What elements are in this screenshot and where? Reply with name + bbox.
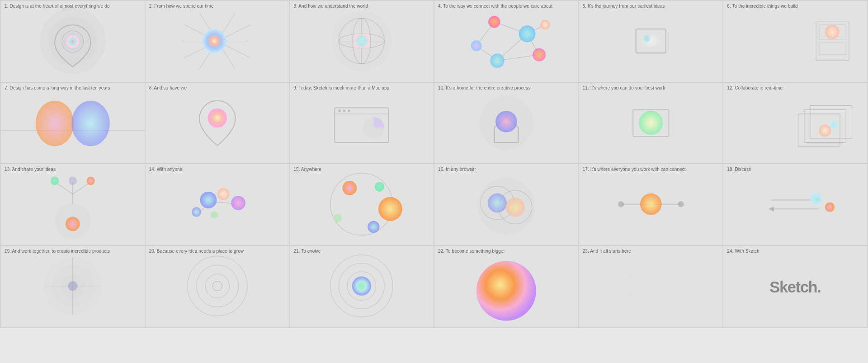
cell-16[interactable]: 16. In any browser [434, 164, 578, 245]
cell-visual-5 [579, 1, 723, 82]
svg-point-61 [51, 177, 59, 185]
cell-visual-10 [434, 83, 578, 164]
svg-point-91 [68, 281, 77, 291]
cell-visual-15 [290, 164, 434, 245]
svg-point-74 [334, 214, 342, 222]
svg-point-32 [643, 35, 650, 42]
svg-point-36 [825, 25, 840, 39]
cell-label-21: 21. To evolve [293, 249, 321, 254]
cell-24[interactable]: 24. With Sketch Sketch. [723, 246, 867, 327]
svg-point-95 [212, 281, 222, 291]
cell-visual-13 [1, 164, 145, 245]
cell-9[interactable]: 9. Today, Sketch is much more than a Mac… [290, 83, 434, 164]
cell-label-12: 12. Collaborate in real-time [727, 85, 783, 90]
svg-point-85 [825, 203, 835, 212]
cell-20[interactable]: 20. Because every idea needs a place to … [146, 246, 289, 327]
svg-point-48 [495, 111, 517, 132]
cell-label-17: 17. It's where everyone you work with ca… [583, 167, 686, 172]
cell-11[interactable]: 11. It's where you can do your best work [579, 83, 723, 164]
cell-17[interactable]: 17. It's where everyone you work with ca… [579, 164, 723, 245]
cell-visual-4 [434, 1, 578, 82]
cell-1[interactable]: 1. Design is at the heart of almost ever… [1, 1, 145, 82]
svg-point-63 [69, 177, 77, 185]
svg-point-27 [471, 40, 482, 51]
cell-label-2: 2. From how we spend our time [149, 4, 214, 9]
cell-label-4: 4. To the way we connect with the people… [438, 4, 552, 9]
svg-point-26 [540, 20, 550, 29]
cell-visual-7 [1, 83, 145, 164]
cell-visual-21 [290, 246, 434, 327]
svg-point-100 [476, 261, 536, 321]
svg-point-64 [200, 192, 217, 208]
cell-14[interactable]: 14. With anyone [146, 164, 289, 245]
svg-point-45 [343, 109, 345, 112]
cell-10[interactable]: 10. It's a home for the entire creative … [434, 83, 578, 164]
cell-label-1: 1. Design is at the heart of almost ever… [5, 4, 110, 9]
svg-point-70 [343, 181, 357, 195]
svg-point-40 [208, 108, 226, 127]
cell-label-20: 20. Because every idea needs a place to … [149, 249, 244, 254]
svg-point-62 [86, 177, 95, 185]
svg-point-54 [819, 124, 831, 136]
cell-visual-9 [290, 83, 434, 164]
svg-point-67 [192, 207, 201, 217]
cell-15[interactable]: 15. Anywhere [290, 164, 434, 245]
cell-13[interactable]: 13. And share your ideas [1, 164, 145, 245]
cell-label-7: 7. Design has come a long way in the las… [5, 85, 110, 90]
cell-2[interactable]: 2. From how we spend our time [146, 1, 289, 82]
svg-point-38 [36, 100, 74, 146]
svg-point-101 [627, 262, 675, 310]
svg-point-50 [639, 111, 663, 135]
svg-point-73 [368, 221, 379, 233]
cell-label-13: 13. And share your ideas [5, 167, 56, 172]
svg-point-29 [490, 53, 505, 68]
cell-visual-23 [579, 246, 723, 327]
svg-point-65 [217, 188, 229, 200]
cell-8[interactable]: 8. And so have we [146, 83, 289, 164]
svg-point-39 [71, 100, 110, 146]
svg-rect-31 [640, 33, 662, 48]
cell-visual-11 [579, 83, 723, 164]
cell-label-19: 19. And work together, to create incredi… [5, 249, 110, 254]
cell-3[interactable]: 3. And how we understand the world [290, 1, 434, 82]
cell-visual-22 [434, 246, 578, 327]
svg-point-83 [640, 193, 662, 215]
cell-6[interactable]: 6. To the incredible things we build [723, 1, 867, 82]
cell-22[interactable]: 22. To become something bigger [434, 246, 578, 327]
cell-label-24: 24. With Sketch [727, 249, 760, 254]
cell-label-11: 11. It's where you can do your best work [583, 85, 665, 90]
cell-visual-6 [723, 1, 867, 82]
svg-point-25 [519, 25, 536, 42]
cell-visual-12 [723, 83, 867, 164]
cell-visual-3 [290, 1, 434, 82]
svg-point-81 [618, 201, 624, 207]
svg-point-71 [375, 182, 384, 192]
cell-label-16: 16. In any browser [438, 167, 476, 172]
cell-visual-24: Sketch. [723, 246, 867, 327]
cell-23[interactable]: 23. And it all starts here [579, 246, 723, 327]
cell-visual-18 [723, 164, 867, 245]
cell-12[interactable]: 12. Collaborate in real-time [723, 83, 867, 164]
svg-point-84 [810, 193, 822, 205]
svg-point-44 [339, 109, 341, 112]
cell-7[interactable]: 7. Design has come a long way in the las… [1, 83, 145, 164]
cell-4[interactable]: 4. To the way we connect with the people… [434, 1, 578, 82]
svg-point-93 [196, 265, 238, 307]
cell-19[interactable]: 19. And work together, to create incredi… [1, 246, 145, 327]
svg-point-99 [352, 277, 371, 296]
cell-label-23: 23. And it all starts here [583, 249, 631, 254]
svg-point-79 [505, 198, 524, 217]
cell-visual-17 [579, 164, 723, 245]
svg-point-60 [66, 217, 80, 231]
cell-label-8: 8. And so have we [149, 85, 187, 90]
cell-18[interactable]: 18. Discuss [723, 164, 867, 245]
svg-point-78 [488, 193, 507, 212]
cell-visual-8 [146, 83, 289, 164]
cell-5[interactable]: 5. It's the journey from our earliest id… [579, 1, 723, 82]
svg-point-3 [64, 33, 81, 50]
cell-21[interactable]: 21. To evolve [290, 246, 434, 327]
cell-label-18: 18. Discuss [727, 167, 751, 172]
svg-point-24 [488, 16, 500, 28]
svg-point-82 [678, 201, 684, 207]
cell-visual-20 [146, 246, 289, 327]
